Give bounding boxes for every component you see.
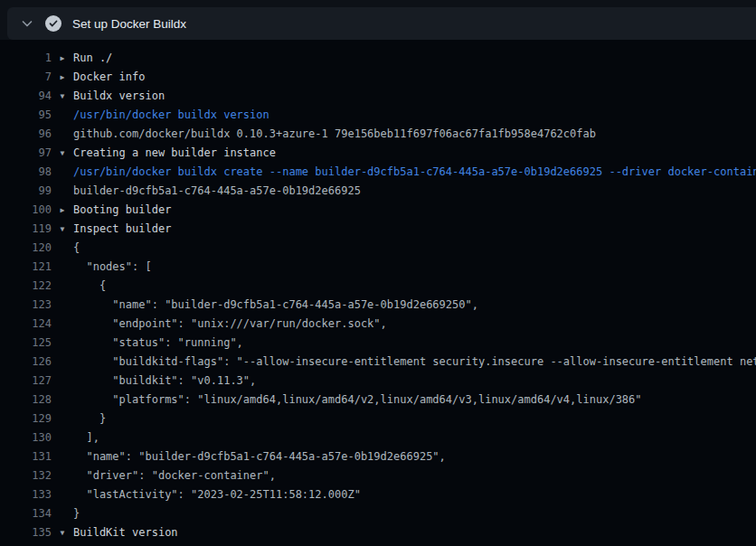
log-line: 135▼BuildKit version: [0, 523, 756, 542]
line-number[interactable]: 132: [0, 466, 52, 485]
group-toggle-icon[interactable]: ▼: [52, 87, 73, 106]
group-title[interactable]: Inspect builder: [73, 220, 171, 239]
line-number[interactable]: 133: [0, 485, 52, 504]
output-text: builder-d9cfb5a1-c764-445a-a57e-0b19d2e6…: [73, 542, 426, 546]
output-text: }: [73, 504, 80, 523]
line-number[interactable]: 1: [0, 49, 52, 68]
line-number[interactable]: 100: [0, 201, 52, 220]
line-number[interactable]: 128: [0, 391, 52, 410]
output-text: {: [73, 239, 80, 258]
output-text: "buildkit": "v0.11.3",: [73, 372, 256, 391]
group-toggle-icon[interactable]: ▼: [52, 220, 73, 239]
group-title[interactable]: BuildKit version: [73, 523, 178, 542]
line-number[interactable]: 134: [0, 504, 52, 523]
line-number[interactable]: 98: [0, 163, 52, 182]
log-line: 120{: [0, 239, 756, 258]
line-number[interactable]: 121: [0, 258, 52, 277]
output-text: "endpoint": "unix:///var/run/docker.sock…: [73, 315, 387, 334]
line-number[interactable]: 122: [0, 277, 52, 296]
line-number[interactable]: 123: [0, 296, 52, 315]
log-line: 123 "name": "builder-d9cfb5a1-c764-445a-…: [0, 296, 756, 315]
group-toggle-icon[interactable]: ▼: [52, 523, 73, 542]
log-line: 98/usr/bin/docker buildx create --name b…: [0, 163, 756, 182]
line-number[interactable]: 94: [0, 87, 52, 106]
group-title[interactable]: Creating a new builder instance: [73, 144, 276, 163]
output-text: builder-d9cfb5a1-c764-445a-a57e-0b19d2e6…: [73, 182, 361, 201]
output-text: "platforms": "linux/amd64,linux/amd64/v2…: [73, 391, 642, 410]
log-line: 130 ],: [0, 428, 756, 447]
output-text: "lastActivity": "2023-02-25T11:58:12.000…: [73, 485, 361, 504]
log-line: 133 "lastActivity": "2023-02-25T11:58:12…: [0, 485, 756, 504]
line-number[interactable]: 127: [0, 372, 52, 391]
output-text: "buildkitd-flags": "--allow-insecure-ent…: [73, 353, 756, 372]
log-line: 121 "nodes": [: [0, 258, 756, 277]
line-number[interactable]: 120: [0, 239, 52, 258]
log-line: 134}: [0, 504, 756, 523]
group-toggle-icon[interactable]: ▶: [52, 49, 73, 68]
log-line: 129 }: [0, 410, 756, 428]
group-toggle-icon[interactable]: ▼: [52, 144, 73, 163]
line-number[interactable]: 7: [0, 68, 52, 87]
log-line: 127 "buildkit": "v0.11.3",: [0, 372, 756, 391]
log-line: 99builder-d9cfb5a1-c764-445a-a57e-0b19d2…: [0, 182, 756, 201]
log-line: 1▶Run ./: [0, 49, 756, 68]
line-number[interactable]: 95: [0, 106, 52, 125]
log-line: 124 "endpoint": "unix:///var/run/docker.…: [0, 315, 756, 334]
line-number[interactable]: 130: [0, 428, 52, 447]
line-number[interactable]: 99: [0, 182, 52, 201]
output-text: github.com/docker/buildx 0.10.3+azure-1 …: [73, 125, 596, 144]
chevron-down-icon[interactable]: [20, 16, 34, 31]
log-line: 95/usr/bin/docker buildx version: [0, 106, 756, 125]
output-text: {: [73, 277, 106, 296]
log-line: 128 "platforms": "linux/amd64,linux/amd6…: [0, 391, 756, 410]
log-line: 100▶Booting builder: [0, 201, 756, 220]
line-number[interactable]: 124: [0, 315, 52, 334]
output-text: ],: [73, 428, 99, 447]
line-number[interactable]: 131: [0, 447, 52, 466]
line-number[interactable]: 135: [0, 523, 52, 542]
line-number[interactable]: 96: [0, 125, 52, 144]
log-line: 125 "status": "running",: [0, 334, 756, 353]
command-text: /usr/bin/docker buildx create --name bui…: [73, 163, 756, 182]
line-number[interactable]: 97: [0, 144, 52, 163]
log-line: 97▼Creating a new builder instance: [0, 144, 756, 163]
log-line: 7▶Docker info: [0, 68, 756, 87]
log-line: 132 "driver": "docker-container",: [0, 466, 756, 485]
log-line: 131 "name": "builder-d9cfb5a1-c764-445a-…: [0, 447, 756, 466]
log-line: 122 {: [0, 277, 756, 296]
group-title[interactable]: Booting builder: [73, 201, 171, 220]
check-circle-icon: [45, 15, 61, 32]
output-text: "nodes": [: [73, 258, 152, 277]
log-line: 94▼Buildx version: [0, 87, 756, 106]
line-number[interactable]: 119: [0, 220, 52, 239]
group-title[interactable]: Buildx version: [73, 87, 165, 106]
group-title[interactable]: Run ./: [73, 49, 112, 68]
line-number[interactable]: 136: [0, 542, 52, 546]
output-text: "name": "builder-d9cfb5a1-c764-445a-a57e…: [73, 296, 478, 315]
log-line: 119▼Inspect builder: [0, 220, 756, 239]
line-number[interactable]: 129: [0, 410, 52, 428]
log-line: 126 "buildkitd-flags": "--allow-insecure…: [0, 353, 756, 372]
group-title[interactable]: Docker info: [73, 68, 145, 87]
step-title: Set up Docker Buildx: [72, 17, 186, 31]
output-text: "name": "builder-d9cfb5a1-c764-445a-a57e…: [73, 447, 446, 466]
group-toggle-icon[interactable]: ▶: [52, 68, 73, 87]
log-lines: 1▶Run ./7▶Docker info94▼Buildx version95…: [0, 40, 756, 546]
output-text: }: [73, 410, 106, 428]
output-text: "driver": "docker-container",: [73, 466, 276, 485]
log-line: 96github.com/docker/buildx 0.10.3+azure-…: [0, 125, 756, 144]
command-text: /usr/bin/docker buildx version: [73, 106, 269, 125]
line-number[interactable]: 125: [0, 334, 52, 353]
step-header[interactable]: Set up Docker Buildx: [7, 7, 756, 40]
line-number[interactable]: 126: [0, 353, 52, 372]
group-toggle-icon[interactable]: ▶: [52, 201, 73, 220]
log-line: 136builder-d9cfb5a1-c764-445a-a57e-0b19d…: [0, 542, 756, 546]
output-text: "status": "running",: [73, 334, 243, 353]
